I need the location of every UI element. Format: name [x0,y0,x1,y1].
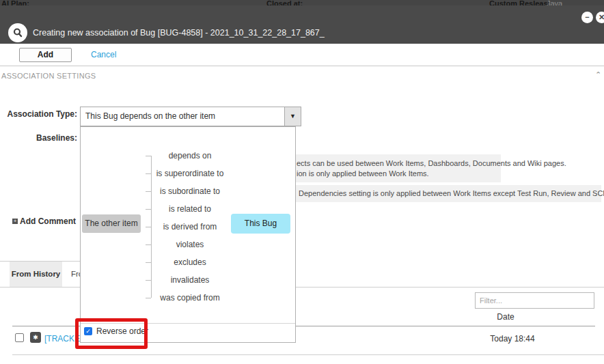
option-is-related-to[interactable]: is related to [146,200,234,218]
association-type-dropdown-panel: depends on is superordinate to is subord… [80,126,296,343]
option-was-copied-from[interactable]: was copied from [146,289,234,307]
tab-from-history[interactable]: From History [10,262,62,287]
close-icon[interactable]: ✕ [596,12,604,23]
table-row-divider [12,354,604,355]
association-type-select[interactable]: This Bug depends on the other item ▼ [80,107,301,126]
info-box-links-line2: ion is only applied between Work Items. [297,169,501,179]
dialog-header: Creating new association of Bug [BUG-485… [0,5,604,44]
the-other-item-button[interactable]: The other item [82,214,141,233]
option-excludes[interactable]: excludes [146,253,234,271]
option-is-subordinate-to[interactable]: is subordinate to [146,182,234,200]
background-page-strip: AI Plan: Closed at: Custom Resleas: Java [0,0,604,5]
collapse-chevron-icon[interactable]: ⌃ [595,70,601,79]
date-column-header: Date [451,312,560,322]
bg-fragment-center: Closed at: [266,0,303,5]
dialog-toolbar: Add Cancel [0,44,604,66]
dialog-title: Creating new association of Bug [BUG-485… [33,28,325,38]
option-depends-on[interactable]: depends on [146,147,234,165]
option-is-derived-from[interactable]: is derived from [146,218,234,236]
plus-icon: + [12,219,18,224]
bg-fragment-left: AI Plan: [1,0,29,5]
info-box-dependencies-line1: Dependencies setting is only applied bet… [299,185,601,202]
row-date: Today 18:44 [458,334,567,344]
red-highlight-box [75,318,148,349]
cancel-link[interactable]: Cancel [91,50,116,59]
this-bug-button[interactable]: This Bug [231,214,290,234]
option-invalidates[interactable]: invalidates [146,271,234,289]
info-box-links: ects can be used between Work Items, Das… [287,154,501,182]
bg-fragment-right-label: Custom Resleas: [489,0,550,5]
association-type-value: This Bug depends on the other item [85,107,215,126]
bg-fragment-right-value: Java [547,0,562,5]
select-arrow-icon[interactable]: ▼ [284,107,301,126]
add-button[interactable]: Add [19,48,72,62]
row-checkbox[interactable] [15,333,24,342]
option-violates[interactable]: violates [146,236,234,253]
add-comment-button[interactable]: + Add Comment [12,216,76,226]
info-box-dependencies: Dependencies setting is only applied bet… [287,185,601,202]
section-title: ASSOCIATION SETTINGS [1,72,96,80]
add-comment-label: Add Comment [20,216,76,226]
page: AI Plan: Closed at: Custom Resleas: Java… [0,0,604,364]
info-box-links-line1: ects can be used between Work Items, Das… [297,158,501,169]
association-type-label: Association Type: [0,109,77,119]
bug-item-icon: ✱ [30,332,41,343]
filter-input[interactable] [475,292,594,309]
search-icon [8,23,27,42]
baselines-label: Baselines: [0,133,77,143]
minimize-icon[interactable]: − [581,12,593,23]
option-is-superordinate-to[interactable]: is superordinate to [146,165,234,182]
